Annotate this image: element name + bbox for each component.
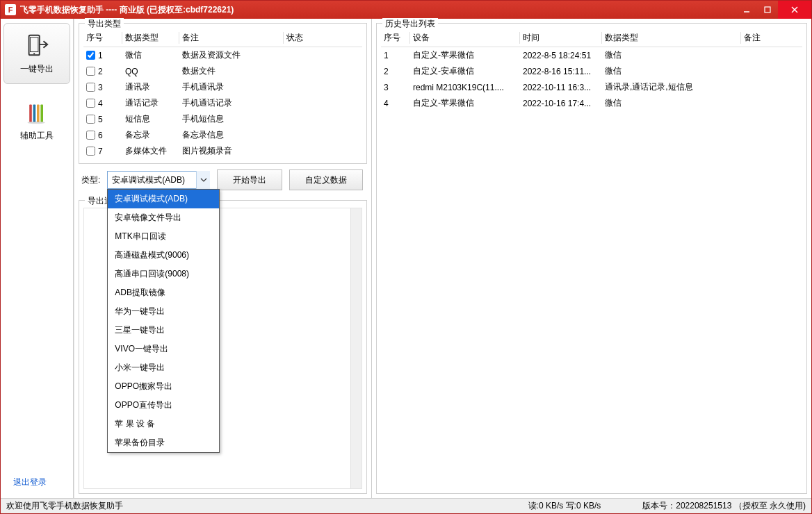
table-row[interactable]: 3redmi M2103K19C(11....2022-10-11 16:3..… — [381, 79, 802, 95]
table-row[interactable]: 4通话记录手机通话记录 — [83, 95, 362, 111]
svg-point-11 — [28, 122, 45, 124]
sidebar-tools-label: 辅助工具 — [20, 130, 54, 142]
row-remark: 备忘录信息 — [179, 127, 284, 143]
table-row[interactable]: 5短信息手机短信息 — [83, 111, 362, 127]
dropdown-option[interactable]: VIVO一键导出 — [108, 340, 219, 358]
table-row[interactable]: 1微信数据及资源文件 — [83, 47, 362, 64]
type-label: 类型: — [81, 174, 100, 186]
dropdown-option[interactable]: 华为一键导出 — [108, 302, 219, 321]
row-type: 通话记录 — [122, 95, 179, 111]
row-type: 短信息 — [122, 111, 179, 127]
dropdown-option[interactable]: 安卓镜像文件导出 — [108, 208, 219, 227]
dropdown-option[interactable]: OPPO直传导出 — [108, 396, 219, 415]
dropdown-option[interactable]: MTK串口回读 — [108, 227, 219, 246]
row-type: 多媒体文件 — [122, 143, 179, 159]
table-row[interactable]: 4自定义-苹果微信2022-10-16 17:4...微信 — [381, 95, 802, 111]
export-type-table: 序号 数据类型 备注 状态 1微信数据及资源文件 2QQ数据文件 3通讯录手机通… — [83, 29, 362, 159]
hcol-time[interactable]: 时间 — [520, 29, 602, 47]
svg-rect-8 — [33, 104, 36, 122]
svg-rect-5 — [31, 37, 38, 51]
window-minimize-button[interactable] — [736, 1, 757, 19]
col-idx[interactable]: 序号 — [83, 29, 122, 47]
row-status — [284, 79, 362, 95]
row-checkbox[interactable] — [86, 115, 95, 124]
hist-device: redmi M2103K19C(11.... — [410, 79, 520, 95]
window-titlebar: F 飞零手机数据恢复助手 ---- 商业版 (已授权至:cbdf722621) — [1, 1, 811, 19]
history-table: 序号 设备 时间 数据类型 备注 1自定义-苹果微信2022-8-5 18:24… — [381, 29, 802, 111]
dropdown-option[interactable]: 小米一键导出 — [108, 358, 219, 377]
svg-rect-1 — [765, 7, 770, 13]
export-mode-dropdown[interactable]: 安卓调试模式(ADB)安卓镜像文件导出MTK串口回读高通磁盘模式(9006)高通… — [107, 189, 220, 453]
hist-time: 2022-10-11 16:3... — [520, 79, 602, 95]
table-row[interactable]: 2QQ数据文件 — [83, 63, 362, 79]
dropdown-option[interactable]: 苹 果 设 备 — [108, 415, 219, 433]
hist-time: 2022-8-5 18:24:51 — [520, 47, 602, 64]
status-welcome: 欢迎使用飞零手机数据恢复助手 — [6, 500, 123, 512]
row-idx: 7 — [98, 147, 103, 156]
hcol-type[interactable]: 数据类型 — [602, 29, 741, 47]
dropdown-option[interactable]: 苹果备份目录 — [108, 433, 219, 452]
export-mode-combo[interactable]: 安卓调试模式(ADB) — [107, 171, 210, 189]
hist-remark — [741, 79, 802, 95]
hist-remark — [741, 47, 802, 64]
chevron-down-icon — [196, 171, 210, 189]
row-idx: 6 — [98, 131, 103, 140]
hcol-remark[interactable]: 备注 — [741, 29, 802, 47]
row-remark: 手机通讯录 — [179, 79, 284, 95]
row-checkbox[interactable] — [86, 99, 95, 108]
row-idx: 2 — [98, 67, 103, 76]
logout-link[interactable]: 退出登录 — [13, 476, 70, 488]
row-checkbox[interactable] — [86, 131, 95, 140]
one-click-export-button[interactable]: 一键导出 — [3, 23, 70, 84]
dropdown-option[interactable]: 安卓调试模式(ADB) — [108, 190, 219, 208]
row-type: 通讯录 — [122, 79, 179, 95]
window-title: 飞零手机数据恢复助手 ---- 商业版 (已授权至:cbdf722621) — [20, 4, 736, 16]
row-status — [284, 63, 362, 79]
row-idx: 5 — [98, 115, 103, 124]
scrollbar[interactable] — [350, 208, 362, 488]
table-row[interactable]: 7多媒体文件图片视频录音 — [83, 143, 362, 159]
col-status[interactable]: 状态 — [284, 29, 362, 47]
hist-device: 自定义-苹果微信 — [410, 95, 520, 111]
tools-icon — [24, 101, 49, 126]
window-maximize-button[interactable] — [757, 1, 778, 19]
row-type: 备忘录 — [122, 127, 179, 143]
hist-type: 微信 — [602, 63, 741, 79]
row-remark: 图片视频录音 — [179, 143, 284, 159]
row-checkbox[interactable] — [86, 67, 95, 76]
dropdown-option[interactable]: OPPO搬家导出 — [108, 377, 219, 396]
history-group: 历史导出列表 序号 设备 时间 数据类型 备注 1自定义 — [376, 23, 807, 494]
hist-idx: 2 — [381, 63, 410, 79]
table-row[interactable]: 3通讯录手机通讯录 — [83, 79, 362, 95]
row-checkbox[interactable] — [86, 147, 95, 156]
dropdown-option[interactable]: 高通磁盘模式(9006) — [108, 246, 219, 265]
col-remark[interactable]: 备注 — [179, 29, 284, 47]
status-speed: 读:0 KB/s 写:0 KB/s — [528, 500, 601, 512]
row-remark: 手机短信息 — [179, 111, 284, 127]
custom-data-button[interactable]: 自定义数据 — [289, 169, 363, 190]
hist-type: 微信 — [602, 47, 741, 64]
row-checkbox[interactable] — [86, 51, 95, 60]
table-row[interactable]: 2自定义-安卓微信2022-8-16 15:11...微信 — [381, 63, 802, 79]
row-checkbox[interactable] — [86, 83, 95, 92]
status-version: 版本号：202208251513 （授权至 永久使用) — [642, 500, 806, 512]
table-row[interactable]: 6备忘录备忘录信息 — [83, 127, 362, 143]
hist-time: 2022-10-16 17:4... — [520, 95, 602, 111]
dropdown-option[interactable]: 高通串口回读(9008) — [108, 265, 219, 283]
start-export-button[interactable]: 开始导出 — [217, 169, 282, 190]
window-close-button[interactable] — [778, 1, 811, 19]
dropdown-option[interactable]: 三星一键导出 — [108, 321, 219, 340]
dropdown-option[interactable]: ADB提取镜像 — [108, 283, 219, 302]
table-row[interactable]: 1自定义-苹果微信2022-8-5 18:24:51微信 — [381, 47, 802, 64]
hcol-idx[interactable]: 序号 — [381, 29, 410, 47]
row-idx: 3 — [98, 83, 103, 92]
row-status — [284, 143, 362, 159]
hist-device: 自定义-苹果微信 — [410, 47, 520, 64]
col-type[interactable]: 数据类型 — [122, 29, 179, 47]
hist-type: 通讯录,通话记录,短信息 — [602, 79, 741, 95]
hcol-device[interactable]: 设备 — [410, 29, 520, 47]
aux-tools-button[interactable]: 辅助工具 — [3, 101, 70, 142]
hist-type: 微信 — [602, 95, 741, 111]
svg-rect-9 — [37, 104, 40, 122]
row-idx: 4 — [98, 99, 103, 108]
